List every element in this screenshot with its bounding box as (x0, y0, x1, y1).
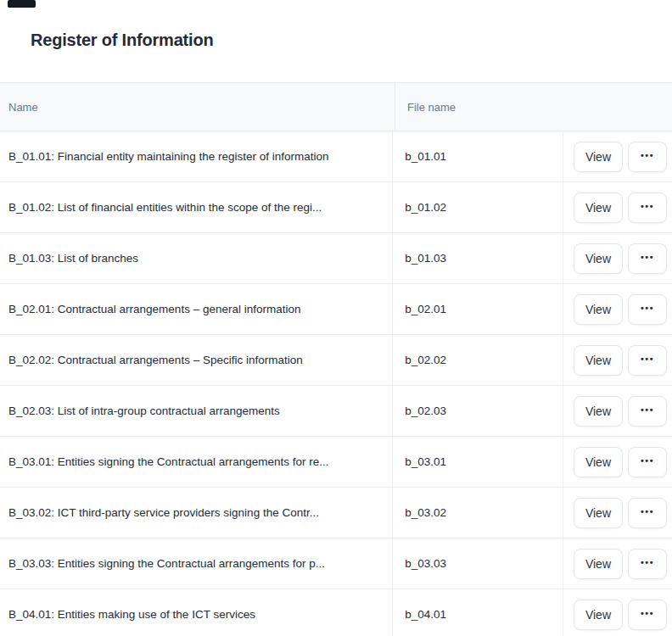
row-name-cell: B_03.02: ICT third-party service provide… (0, 488, 393, 538)
table-row: B_01.03: List of branches b_01.03 View •… (0, 233, 672, 284)
table-header-row: Name File name (0, 83, 672, 131)
row-name-cell: B_01.01: Financial entity maintaining th… (0, 131, 393, 181)
more-options-button[interactable]: ••• (628, 600, 667, 630)
row-file: b_03.02 (405, 506, 446, 519)
row-name-cell: B_01.03: List of branches (0, 233, 393, 283)
row-name-cell: B_02.02: Contractual arrangements – Spec… (0, 335, 393, 385)
column-header-file-name: File name (395, 83, 672, 131)
row-file: b_04.01 (405, 608, 446, 621)
row-name: B_03.03: Entities signing the Contractua… (8, 557, 325, 570)
ellipsis-icon: ••• (641, 507, 654, 516)
view-button[interactable]: View (574, 243, 623, 274)
row-file: b_02.01 (405, 303, 446, 315)
row-actions-cell: View ••• (563, 335, 672, 385)
table-row: B_02.02: Contractual arrangements – Spec… (0, 335, 672, 386)
row-file: b_03.03 (405, 557, 446, 570)
row-name: B_02.03: List of intra-group contractual… (8, 404, 280, 417)
ellipsis-icon: ••• (641, 253, 654, 262)
row-name: B_04.01: Entities making use of the ICT … (8, 608, 255, 621)
row-file-name-cell: b_01.03 (393, 233, 563, 283)
view-button[interactable]: View (574, 600, 623, 630)
row-actions-cell: View ••• (563, 233, 672, 283)
table-row: B_03.01: Entities signing the Contractua… (0, 437, 672, 488)
table-row: B_03.02: ICT third-party service provide… (0, 488, 672, 538)
row-file-name-cell: b_04.01 (393, 589, 563, 636)
register-of-information-page: Register of Information Name File name B… (0, 0, 672, 636)
row-actions-cell: View ••• (563, 284, 672, 334)
view-button[interactable]: View (574, 447, 623, 477)
row-actions-cell: View ••• (563, 488, 672, 538)
table-row: B_04.01: Entities making use of the ICT … (0, 589, 672, 636)
table-body: B_01.01: Financial entity maintaining th… (0, 131, 672, 636)
row-name: B_01.02: List of financial entities with… (8, 201, 322, 214)
row-name-cell: B_02.01: Contractual arrangements – gene… (0, 284, 393, 334)
column-header-name: Name (0, 83, 395, 131)
row-name-cell: B_04.01: Entities making use of the ICT … (0, 589, 393, 636)
row-name: B_02.02: Contractual arrangements – Spec… (8, 354, 303, 366)
more-options-button[interactable]: ••• (628, 294, 667, 325)
table-row: B_03.03: Entities signing the Contractua… (0, 538, 672, 589)
row-name: B_03.01: Entities signing the Contractua… (8, 455, 328, 468)
more-options-button[interactable]: ••• (628, 447, 667, 477)
row-file-name-cell: b_02.01 (393, 284, 563, 334)
row-file: b_01.02 (405, 201, 446, 214)
view-button[interactable]: View (574, 142, 623, 172)
table-row: B_01.02: List of financial entities with… (0, 182, 672, 233)
ellipsis-icon: ••• (641, 456, 654, 466)
row-name: B_01.03: List of branches (8, 252, 138, 265)
view-button[interactable]: View (574, 192, 623, 223)
more-options-button[interactable]: ••• (628, 396, 667, 427)
view-button[interactable]: View (574, 294, 623, 325)
more-options-button[interactable]: ••• (628, 498, 667, 528)
row-name-cell: B_01.02: List of financial entities with… (0, 182, 393, 232)
top-edge-mark (8, 0, 36, 8)
column-header-file-name-label: File name (407, 101, 456, 114)
more-options-button[interactable]: ••• (628, 142, 667, 172)
row-file-name-cell: b_01.02 (393, 182, 563, 232)
more-options-button[interactable]: ••• (628, 243, 667, 274)
ellipsis-icon: ••• (641, 202, 654, 211)
table-row: B_01.01: Financial entity maintaining th… (0, 131, 672, 182)
table-row: B_02.01: Contractual arrangements – gene… (0, 284, 672, 335)
row-file-name-cell: b_03.01 (393, 437, 563, 487)
ellipsis-icon: ••• (641, 405, 654, 415)
row-file: b_01.03 (405, 252, 446, 265)
view-button[interactable]: View (574, 549, 623, 579)
row-actions-cell: View ••• (563, 538, 672, 589)
row-actions-cell: View ••• (563, 589, 672, 636)
ellipsis-icon: ••• (641, 354, 654, 364)
row-file-name-cell: b_03.02 (393, 488, 563, 538)
row-actions-cell: View ••• (563, 437, 672, 487)
row-actions-cell: View ••• (563, 386, 672, 436)
row-name-cell: B_03.03: Entities signing the Contractua… (0, 538, 393, 589)
row-file-name-cell: b_02.02 (393, 335, 563, 385)
page-title: Register of Information (31, 31, 213, 50)
row-name-cell: B_02.03: List of intra-group contractual… (0, 386, 393, 436)
row-file-name-cell: b_02.03 (393, 386, 563, 436)
register-table: Name File name B_01.01: Financial entity… (0, 82, 672, 636)
row-file-name-cell: b_03.03 (393, 538, 563, 589)
ellipsis-icon: ••• (641, 609, 654, 618)
row-name: B_03.02: ICT third-party service provide… (8, 506, 319, 519)
row-name: B_02.01: Contractual arrangements – gene… (8, 303, 300, 315)
more-options-button[interactable]: ••• (628, 192, 667, 223)
row-file: b_01.01 (405, 150, 446, 163)
view-button[interactable]: View (574, 345, 623, 376)
ellipsis-icon: ••• (641, 558, 654, 567)
view-button[interactable]: View (574, 498, 623, 528)
more-options-button[interactable]: ••• (628, 345, 667, 376)
row-actions-cell: View ••• (563, 131, 672, 181)
table-row: B_02.03: List of intra-group contractual… (0, 386, 672, 437)
ellipsis-icon: ••• (641, 151, 654, 160)
column-header-name-label: Name (8, 101, 38, 114)
view-button[interactable]: View (574, 396, 623, 427)
row-file: b_02.02 (405, 354, 446, 366)
ellipsis-icon: ••• (641, 304, 654, 313)
row-name: B_01.01: Financial entity maintaining th… (8, 150, 328, 163)
row-file-name-cell: b_01.01 (393, 131, 563, 181)
row-name-cell: B_03.01: Entities signing the Contractua… (0, 437, 393, 487)
row-file: b_03.01 (405, 455, 446, 468)
row-actions-cell: View ••• (563, 182, 672, 232)
row-file: b_02.03 (405, 404, 446, 417)
more-options-button[interactable]: ••• (628, 549, 667, 579)
